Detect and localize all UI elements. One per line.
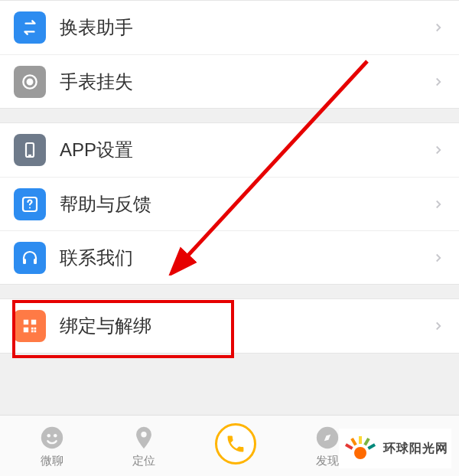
- tab-label: 发现: [316, 454, 339, 468]
- svg-rect-23: [350, 438, 356, 446]
- settings-list: 换表助手 手表挂失 APP设置: [0, 0, 459, 399]
- svg-point-5: [29, 207, 31, 208]
- chevron-right-icon: [431, 319, 445, 333]
- svg-point-17: [47, 433, 50, 437]
- svg-point-19: [141, 432, 146, 437]
- swap-icon: [14, 11, 46, 44]
- settings-group-1: 换表助手 手表挂失: [0, 0, 459, 109]
- settings-group-3: 绑定与解绑: [0, 298, 459, 354]
- svg-rect-14: [34, 328, 37, 330]
- target-icon: [14, 66, 46, 98]
- svg-rect-24: [359, 436, 362, 444]
- watermark: 环球阳光网: [339, 429, 451, 468]
- row-contact-us[interactable]: 联系我们: [0, 230, 459, 284]
- svg-rect-10: [24, 328, 28, 332]
- row-change-watch[interactable]: 换表助手: [0, 1, 459, 54]
- tab-label: 微聊: [41, 454, 63, 468]
- svg-point-21: [354, 447, 366, 459]
- chat-icon: [38, 424, 66, 452]
- svg-rect-7: [34, 259, 37, 264]
- svg-rect-26: [367, 443, 376, 449]
- sun-logo-icon: [342, 430, 379, 467]
- svg-rect-11: [31, 328, 34, 330]
- chevron-right-icon: [431, 143, 445, 157]
- phone-icon: [14, 134, 46, 166]
- chevron-right-icon: [431, 251, 445, 265]
- settings-group-2: APP设置 帮助与反馈 联系我们: [0, 122, 459, 285]
- call-icon: [215, 423, 256, 465]
- svg-rect-9: [31, 320, 36, 324]
- tab-call[interactable]: [190, 428, 282, 465]
- svg-rect-13: [31, 331, 34, 333]
- row-label: APP设置: [60, 138, 431, 162]
- chevron-right-icon: [431, 197, 445, 211]
- row-label: 换表助手: [60, 15, 431, 40]
- qr-icon: [14, 310, 46, 342]
- svg-point-16: [41, 426, 63, 448]
- row-watch-lost[interactable]: 手表挂失: [0, 54, 459, 108]
- row-label: 绑定与解绑: [60, 314, 431, 338]
- row-label: 帮助与反馈: [60, 192, 431, 217]
- headset-icon: [14, 242, 46, 274]
- tab-location[interactable]: 定位: [98, 424, 190, 468]
- row-label: 手表挂失: [60, 70, 431, 94]
- svg-rect-8: [24, 320, 28, 324]
- location-icon: [130, 424, 158, 452]
- svg-point-18: [54, 433, 57, 437]
- svg-rect-22: [345, 443, 353, 449]
- row-app-settings[interactable]: APP设置: [0, 123, 459, 177]
- svg-point-1: [28, 79, 33, 84]
- row-help-feedback[interactable]: 帮助与反馈: [0, 177, 459, 230]
- watermark-text: 环球阳光网: [383, 441, 448, 457]
- chevron-right-icon: [431, 75, 445, 89]
- row-bind-unbind[interactable]: 绑定与解绑: [0, 299, 459, 353]
- svg-rect-12: [34, 331, 37, 333]
- question-icon: [14, 188, 46, 220]
- tab-label: 定位: [132, 454, 155, 468]
- chevron-right-icon: [431, 21, 445, 34]
- row-label: 联系我们: [60, 246, 431, 270]
- compass-icon: [314, 424, 341, 452]
- svg-rect-6: [23, 259, 26, 264]
- tab-chat[interactable]: 微聊: [6, 424, 98, 468]
- svg-rect-25: [363, 438, 369, 446]
